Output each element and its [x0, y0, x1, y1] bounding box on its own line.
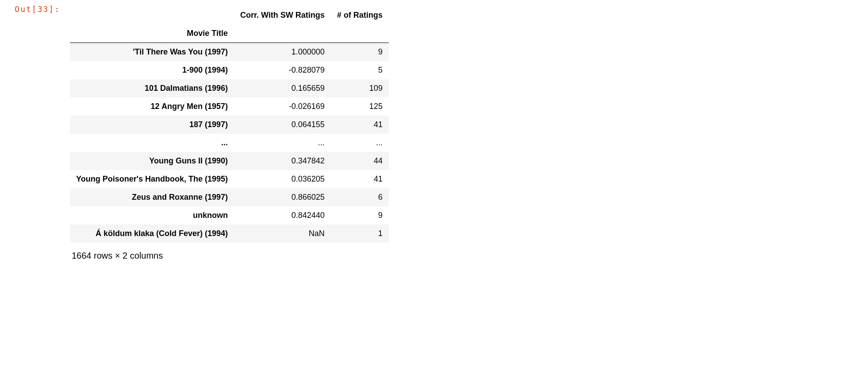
- row-index: 'Til There Was You (1997): [70, 43, 234, 62]
- cell: 0.347842: [234, 152, 331, 170]
- cell: 41: [331, 116, 389, 134]
- blank-header: [234, 24, 331, 43]
- cell: 41: [331, 170, 389, 188]
- cell: NaN: [234, 225, 331, 243]
- dataframe-shape-info: 1664 rows × 2 columns: [70, 243, 389, 261]
- table-row: Young Poisoner's Handbook, The (1995)0.0…: [70, 170, 389, 188]
- table-row: Á köldum klaka (Cold Fever) (1994)NaN1: [70, 225, 389, 243]
- cell: 0.866025: [234, 188, 331, 206]
- cell: 0.165659: [234, 79, 331, 97]
- table-row: unknown0.8424409: [70, 206, 389, 225]
- row-index: 101 Dalmatians (1996): [70, 79, 234, 97]
- cell: 109: [331, 79, 389, 97]
- output-area: Corr. With SW Ratings # of Ratings Movie…: [66, 4, 389, 261]
- table-row: 187 (1997)0.06415541: [70, 116, 389, 134]
- row-index: 187 (1997): [70, 116, 234, 134]
- row-index: Zeus and Roxanne (1997): [70, 188, 234, 206]
- row-index: 12 Angry Men (1957): [70, 97, 234, 116]
- cell: 0.064155: [234, 116, 331, 134]
- cell: 0.036205: [234, 170, 331, 188]
- index-header-row: Movie Title: [70, 24, 389, 43]
- row-index: ...: [70, 134, 234, 152]
- row-index: 1-900 (1994): [70, 61, 234, 79]
- row-index: Young Poisoner's Handbook, The (1995): [70, 170, 234, 188]
- row-index: Young Guns II (1990): [70, 152, 234, 170]
- table-header: Corr. With SW Ratings # of Ratings Movie…: [70, 6, 389, 43]
- table-row: .........: [70, 134, 389, 152]
- output-prompt: Out[33]:: [0, 4, 66, 14]
- table-row: 1-900 (1994)-0.8280795: [70, 61, 389, 79]
- cell: 125: [331, 97, 389, 116]
- blank-header: [331, 24, 389, 43]
- cell: 44: [331, 152, 389, 170]
- index-name-header: Movie Title: [70, 24, 234, 43]
- table-row: Young Guns II (1990)0.34784244: [70, 152, 389, 170]
- column-header: # of Ratings: [331, 6, 389, 24]
- cell: -0.828079: [234, 61, 331, 79]
- cell: ...: [234, 134, 331, 152]
- column-header: Corr. With SW Ratings: [234, 6, 331, 24]
- column-header-row: Corr. With SW Ratings # of Ratings: [70, 6, 389, 24]
- table-row: Zeus and Roxanne (1997)0.8660256: [70, 188, 389, 206]
- cell: 9: [331, 206, 389, 225]
- row-index: Á köldum klaka (Cold Fever) (1994): [70, 225, 234, 243]
- cell: ...: [331, 134, 389, 152]
- cell: 9: [331, 43, 389, 62]
- cell: 5: [331, 61, 389, 79]
- cell: 6: [331, 188, 389, 206]
- notebook-output-row: Out[33]: Corr. With SW Ratings # of Rati…: [0, 0, 868, 261]
- table-body: 'Til There Was You (1997)1.00000091-900 …: [70, 43, 389, 243]
- cell: -0.026169: [234, 97, 331, 116]
- dataframe-table: Corr. With SW Ratings # of Ratings Movie…: [70, 6, 389, 243]
- table-row: 'Til There Was You (1997)1.0000009: [70, 43, 389, 62]
- table-row: 101 Dalmatians (1996)0.165659109: [70, 79, 389, 97]
- cell: 1.000000: [234, 43, 331, 62]
- cell: 0.842440: [234, 206, 331, 225]
- table-row: 12 Angry Men (1957)-0.026169125: [70, 97, 389, 116]
- blank-header: [70, 6, 234, 24]
- row-index: unknown: [70, 206, 234, 225]
- cell: 1: [331, 225, 389, 243]
